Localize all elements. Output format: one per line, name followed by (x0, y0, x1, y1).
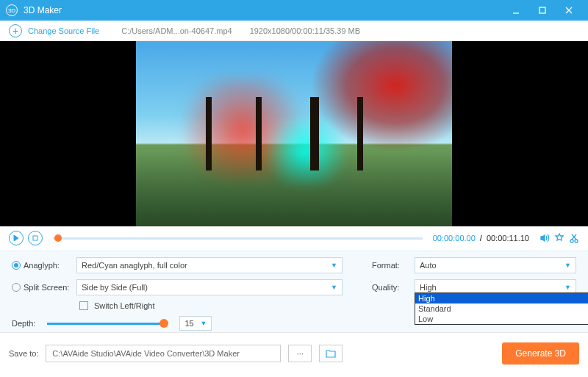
titlebar: 3D 3D Maker (0, 0, 588, 21)
source-path: C:/Users/ADM...on-40647.mp4 (121, 26, 232, 35)
save-to-label: Save to: (9, 349, 38, 358)
generate-3d-button[interactable]: Generate 3D (502, 342, 579, 365)
svg-rect-1 (539, 7, 545, 13)
anaglyph-radio[interactable]: Anaglyph: (12, 261, 71, 270)
split-screen-radio[interactable]: Split Screen: (12, 283, 71, 292)
svg-rect-5 (33, 236, 37, 240)
radio-on-icon (12, 261, 21, 270)
settings-panel: Anaglyph: Red/Cyan anaglyph, full color▼… (0, 250, 588, 332)
app-title: 3D Maker (24, 5, 503, 15)
folder-icon (326, 349, 336, 358)
change-source-label: Change Source File (28, 26, 99, 35)
save-path-value: C:\AVAide Studio\AVAide Video Converter\… (52, 349, 240, 358)
depth-slider[interactable] (47, 323, 165, 325)
open-folder-button[interactable] (319, 345, 343, 362)
preview-frame (136, 41, 452, 226)
snapshot-icon[interactable] (554, 233, 564, 243)
anaglyph-select[interactable]: Red/Cyan anaglyph, full color▼ (76, 257, 343, 273)
switch-lr-checkbox[interactable] (79, 301, 88, 310)
depth-value-select[interactable]: 15▼ (179, 316, 212, 331)
radio-off-icon (12, 283, 21, 292)
chevron-down-icon: ▼ (564, 262, 571, 269)
quality-option-standard[interactable]: Standard (415, 304, 588, 314)
chevron-down-icon: ▼ (331, 262, 337, 269)
source-bar: + Change Source File C:/Users/ADM...on-4… (0, 21, 588, 41)
format-select[interactable]: Auto▼ (415, 257, 576, 273)
bottom-bar: Save to: C:\AVAide Studio\AVAide Video C… (0, 332, 588, 373)
minimize-button[interactable] (503, 0, 529, 21)
split-value: Side by Side (Full) (82, 283, 148, 292)
quality-dropdown: High Standard Low (415, 292, 588, 325)
svg-point-7 (575, 240, 578, 243)
depth-label: Depth: (12, 319, 35, 328)
maximize-button[interactable] (529, 0, 556, 21)
volume-icon[interactable] (539, 233, 550, 243)
anaglyph-label: Anaglyph: (24, 261, 60, 270)
source-info: 1920x1080/00:00:11/35.39 MB (250, 26, 360, 35)
chevron-down-icon: ▼ (331, 284, 337, 291)
split-select[interactable]: Side by Side (Full)▼ (76, 279, 343, 295)
depth-thumb[interactable] (159, 319, 168, 328)
split-label: Split Screen: (24, 283, 69, 292)
svg-point-6 (570, 240, 573, 243)
timeline-slider[interactable] (53, 237, 423, 240)
duration: 00:00:11.10 (487, 234, 529, 243)
player-controls: 00:00:00.00/00:00:11.10 (0, 226, 588, 250)
plus-icon: + (9, 24, 22, 37)
stop-button[interactable] (28, 231, 43, 245)
current-time: 00:00:00.00 (433, 234, 476, 243)
cut-icon[interactable] (569, 233, 579, 243)
app-logo-icon: 3D (6, 4, 18, 16)
switch-lr-label: Switch Left/Right (94, 301, 155, 310)
anaglyph-value: Red/Cyan anaglyph, full color (82, 261, 187, 270)
browse-button[interactable]: ··· (288, 345, 312, 362)
chevron-down-icon: ▼ (564, 284, 571, 291)
quality-option-low[interactable]: Low (415, 314, 588, 324)
depth-value: 15 (184, 319, 193, 328)
quality-option-high[interactable]: High (415, 293, 588, 304)
dots-icon: ··· (297, 349, 304, 358)
quality-value: High (420, 283, 437, 292)
quality-label: Quality: (372, 283, 409, 292)
video-preview (0, 41, 588, 226)
change-source-button[interactable]: + Change Source File (9, 24, 99, 37)
close-button[interactable] (556, 0, 582, 21)
time-separator: / (480, 234, 482, 243)
timeline-thumb[interactable] (54, 234, 62, 242)
format-label: Format: (372, 261, 409, 270)
play-button[interactable] (9, 231, 24, 245)
format-value: Auto (420, 261, 437, 270)
save-path-field[interactable]: C:\AVAide Studio\AVAide Video Converter\… (46, 345, 281, 362)
chevron-down-icon: ▼ (201, 320, 207, 327)
svg-marker-4 (14, 235, 18, 241)
